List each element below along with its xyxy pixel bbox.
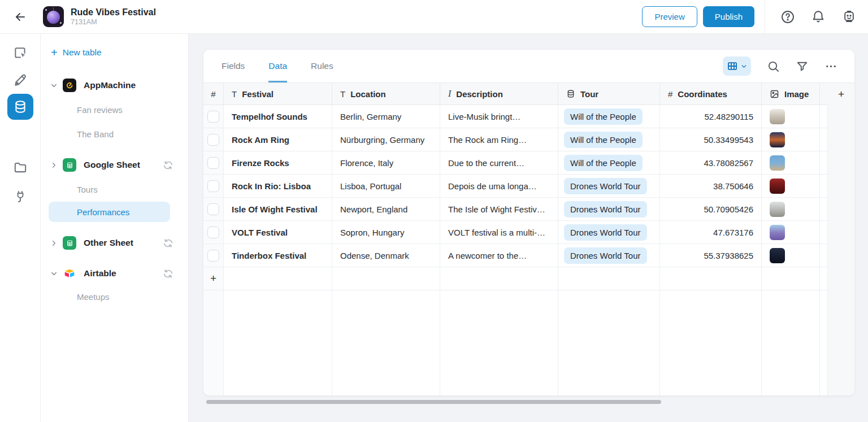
row-checkbox[interactable] — [207, 134, 219, 146]
sidebar-group-appmachine[interactable]: AppMachine — [41, 76, 188, 95]
image-thumbnail[interactable] — [770, 179, 785, 194]
column-header-row-number[interactable]: # — [203, 83, 224, 105]
cell-image[interactable] — [762, 244, 820, 267]
row-checkbox[interactable] — [207, 203, 219, 215]
cell-coordinates[interactable]: 47.673176 — [660, 221, 762, 244]
image-thumbnail[interactable] — [770, 109, 785, 124]
column-header-festival[interactable]: T Festival — [224, 83, 332, 105]
cell-image[interactable] — [762, 221, 820, 244]
row-checkbox[interactable] — [207, 157, 219, 169]
cell-coordinates[interactable]: 38.750646 — [660, 175, 762, 198]
sidebar-group-google-sheet[interactable]: Google Sheet — [41, 155, 188, 175]
sidebar-item-performances[interactable]: Performances — [49, 202, 170, 222]
cell-tour[interactable]: Drones World Tour — [558, 244, 660, 267]
rail-data-button[interactable] — [7, 94, 33, 120]
refresh-icon[interactable] — [163, 268, 173, 279]
cell-coordinates[interactable]: 55.37938625 — [660, 244, 762, 267]
preview-button[interactable]: Preview — [642, 6, 697, 27]
column-header-tour[interactable]: Tour — [558, 83, 660, 105]
notifications-button[interactable] — [807, 6, 830, 28]
cell-coordinates[interactable]: 43.78082567 — [660, 151, 762, 175]
cell-tour[interactable]: Drones World Tour — [558, 175, 660, 198]
chevron-down-icon[interactable] — [50, 81, 59, 90]
cell-festival[interactable]: Firenze Rocks — [224, 151, 332, 175]
tab-data[interactable]: Data — [268, 50, 287, 82]
cell-description[interactable]: A newcomer to the… — [440, 244, 558, 267]
add-column-button[interactable]: + — [828, 83, 854, 105]
search-button[interactable] — [766, 59, 780, 73]
cell-festival[interactable]: Rock Am Ring — [224, 128, 332, 151]
tab-fields[interactable]: Fields — [222, 50, 245, 82]
cell-tour[interactable]: Drones World Tour — [558, 221, 660, 244]
sidebar-group-airtable[interactable]: Airtable — [41, 264, 188, 283]
cell-festival[interactable]: VOLT Festival — [224, 221, 332, 244]
cell-coordinates[interactable]: 50.33499543 — [660, 128, 762, 151]
row-checkbox[interactable] — [207, 111, 219, 123]
rail-screens-button[interactable] — [12, 45, 28, 61]
cell-location[interactable]: Florence, Italy — [332, 151, 440, 175]
cell-description[interactable]: Live-Musik bringt… — [440, 105, 558, 128]
cell-coordinates[interactable]: 52.48290115 — [660, 105, 762, 128]
refresh-icon[interactable] — [163, 160, 173, 171]
filter-button[interactable] — [795, 59, 809, 73]
image-thumbnail[interactable] — [770, 202, 785, 217]
add-row-button[interactable]: + — [203, 267, 224, 290]
row-checkbox[interactable] — [207, 227, 219, 238]
column-header-description[interactable]: I Description — [440, 83, 558, 105]
cell-image[interactable] — [762, 128, 820, 151]
cell-image[interactable] — [762, 105, 820, 128]
account-button[interactable] — [837, 6, 860, 28]
image-thumbnail[interactable] — [770, 248, 785, 263]
cell-tour[interactable]: Will of the People — [558, 128, 660, 151]
image-thumbnail[interactable] — [770, 132, 785, 147]
refresh-icon[interactable] — [163, 238, 173, 249]
cell-tour[interactable]: Will of the People — [558, 151, 660, 175]
cell-festival[interactable]: Tempelhof Sounds — [224, 105, 332, 128]
cell-tour[interactable]: Drones World Tour — [558, 198, 660, 221]
sidebar-item-meetups[interactable]: Meetups — [41, 287, 188, 306]
column-header-coordinates[interactable]: # Coordinates — [660, 83, 762, 105]
more-options-button[interactable] — [824, 59, 837, 73]
chevron-right-icon[interactable] — [50, 161, 59, 169]
cell-coordinates[interactable]: 50.70905426 — [660, 198, 762, 221]
cell-festival[interactable]: Isle Of Wight Festival — [224, 198, 332, 221]
sidebar-group-other-sheet[interactable]: Other Sheet — [41, 233, 188, 253]
chevron-right-icon[interactable] — [50, 239, 59, 247]
cell-image[interactable] — [762, 198, 820, 221]
cell-image[interactable] — [762, 151, 820, 175]
help-button[interactable] — [776, 6, 799, 28]
column-header-location[interactable]: T Location — [332, 83, 440, 105]
rail-integrations-button[interactable] — [12, 189, 28, 205]
new-table-button[interactable]: + New table — [51, 44, 102, 61]
cell-location[interactable]: Nürburgring, Germany — [332, 128, 440, 151]
cell-description[interactable]: Due to the current… — [440, 151, 558, 175]
cell-location[interactable]: Odense, Denmark — [332, 244, 440, 267]
grid-view-button[interactable] — [723, 56, 751, 76]
image-thumbnail[interactable] — [770, 225, 785, 240]
sidebar-item-the-band[interactable]: The Band — [41, 124, 188, 143]
back-button[interactable] — [9, 6, 32, 28]
publish-button[interactable]: Publish — [703, 6, 754, 27]
cell-location[interactable]: Lisboa, Portugal — [332, 175, 440, 198]
cell-tour[interactable]: Will of the People — [558, 105, 660, 128]
rail-files-button[interactable] — [12, 159, 28, 175]
cell-description[interactable]: VOLT festival is a multi-… — [440, 221, 558, 244]
rail-design-button[interactable] — [12, 72, 28, 88]
cell-location[interactable]: Sopron, Hungary — [332, 221, 440, 244]
cell-location[interactable]: Newport, England — [332, 198, 440, 221]
cell-location[interactable]: Berlin, Germany — [332, 105, 440, 128]
row-checkbox[interactable] — [207, 180, 219, 192]
cell-image[interactable] — [762, 175, 820, 198]
image-thumbnail[interactable] — [770, 155, 785, 171]
sidebar-item-tours[interactable]: Tours — [41, 180, 188, 199]
row-checkbox[interactable] — [207, 250, 219, 262]
cell-festival[interactable]: Tinderbox Festival — [224, 244, 332, 267]
cell-festival[interactable]: Rock In Rio: Lisboa — [224, 175, 332, 198]
chevron-down-icon[interactable] — [50, 269, 59, 278]
tab-rules[interactable]: Rules — [311, 50, 333, 82]
cell-description[interactable]: Depois de uma longa… — [440, 175, 558, 198]
cell-description[interactable]: The Rock am Ring… — [440, 128, 558, 151]
cell-description[interactable]: The Isle of Wight Festiv… — [440, 198, 558, 221]
column-header-image[interactable]: Image — [762, 83, 820, 105]
sidebar-item-fan-reviews[interactable]: Fan reviews — [41, 100, 188, 119]
